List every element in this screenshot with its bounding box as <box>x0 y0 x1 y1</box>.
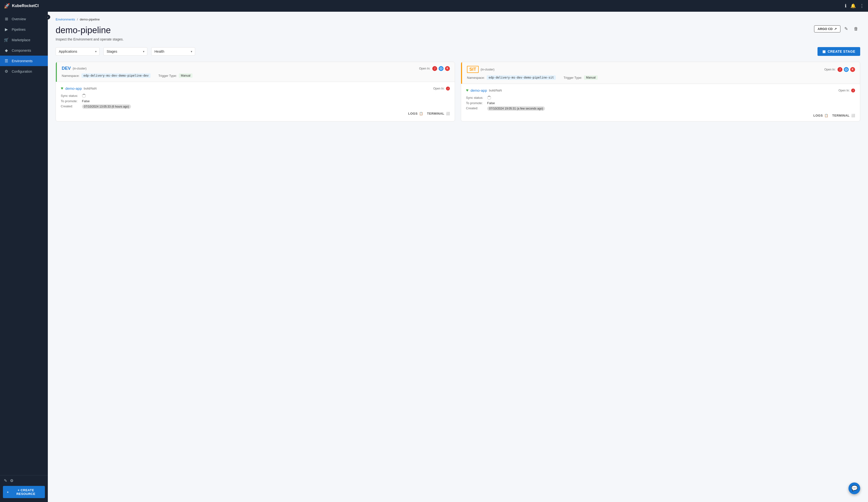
app-sit-promote-label: To promote: <box>466 101 483 105</box>
logs-button-sit[interactable]: LOGS 📋 <box>813 114 828 117</box>
kubernetes-icon-sit[interactable]: K <box>850 67 855 72</box>
top-nav-actions: ℹ 🔔 ⋮ <box>845 3 864 9</box>
stage-dev-name: DEV <box>62 66 71 71</box>
app-sit-health-icon: ♥ <box>466 88 469 93</box>
terminal-button-dev[interactable]: TERMINAL ⬜ <box>427 112 450 115</box>
stage-dev-namespace-label: Namespace: <box>62 74 80 77</box>
app-dev-build: build/NaN <box>84 87 96 90</box>
app-sit-header: ♥ demo-app build/NaN Open In: J <box>466 88 855 93</box>
sidebar-item-label-components: Components <box>12 49 31 52</box>
logs-icon-dev: 📋 <box>419 112 423 115</box>
stage-sit-namespace-label: Namespace: <box>467 76 485 80</box>
stage-sit-trigger-label: Trigger Type: <box>564 76 582 80</box>
components-icon: ◆ <box>4 48 9 53</box>
sidebar-item-label-pipelines: Pipelines <box>12 28 25 31</box>
app-sit-build: build/NaN <box>489 89 502 92</box>
stage-sit-trigger: Trigger Type: Manual <box>564 75 598 80</box>
page-title: demo-pipeline <box>55 25 111 35</box>
breadcrumb-environments-link[interactable]: Environments <box>55 18 75 21</box>
sonarqube-icon-dev[interactable] <box>438 66 444 71</box>
breadcrumb: Environments / demo-pipeline <box>55 18 860 21</box>
sidebar-item-label-configuration: Configuration <box>12 70 32 73</box>
stages-filter[interactable]: Stages <box>103 47 147 56</box>
stages-filter-wrapper: Stages <box>103 47 147 56</box>
stage-sit-cluster: (in-cluster) <box>480 68 495 71</box>
stage-dev-meta: Namespace: edp-delivery-ms-dev-demo-pipe… <box>62 73 450 78</box>
applications-filter[interactable]: Applications <box>55 47 100 56</box>
settings-icon[interactable]: ⚙ <box>10 478 13 483</box>
sidebar-nav: ⊞ Overview ▶ Pipelines 🛒 Marketplace ◆ C… <box>0 12 48 475</box>
top-navigation: 🚀 KubeRocketCI ℹ 🔔 ⋮ <box>0 0 868 12</box>
stage-sit-trigger-value: Manual <box>584 75 598 80</box>
sidebar-item-configuration[interactable]: ⚙ Configuration <box>0 66 48 76</box>
stage-dev-open-in: Open In: J K <box>419 66 450 71</box>
sidebar-item-marketplace[interactable]: 🛒 Marketplace <box>0 35 48 45</box>
stage-dev-trigger: Trigger Type: Manual <box>158 73 192 78</box>
app-dev-jenkins-icon[interactable]: J <box>446 87 450 91</box>
health-filter[interactable]: Health <box>151 47 195 56</box>
more-menu-icon[interactable]: ⋮ <box>860 3 864 9</box>
app-row-dev: ♥ demo-app build/NaN Open In: J Sync sta… <box>56 82 455 119</box>
app-dev-name[interactable]: demo-app <box>65 86 82 91</box>
stage-dev-cluster: (in-cluster) <box>73 67 86 70</box>
stage-sit-header-top: SIT (in-cluster) Open In: J K <box>467 66 855 73</box>
chat-fab-button[interactable]: 💬 <box>848 482 860 494</box>
stage-sit-namespace-value: edp-delivery-ms-dev-demo-pipeline-sit <box>487 75 556 80</box>
app-dev-created-label: Created: <box>61 104 78 109</box>
app-sit-name[interactable]: demo-app <box>471 88 487 93</box>
terminal-label-dev: TERMINAL <box>427 112 444 115</box>
filters-row: Applications Stages Health ▦ CREATE STAG… <box>55 47 860 56</box>
app-sit-open-in-label: Open In: <box>838 89 850 92</box>
terminal-icon-sit: ⬜ <box>851 114 855 117</box>
terminal-label-sit: TERMINAL <box>832 114 849 117</box>
sidebar-item-components[interactable]: ◆ Components <box>0 45 48 56</box>
app-sit-created-value: 07/10/2024 19:05:31 (a few seconds ago) <box>487 106 855 111</box>
applications-filter-wrapper: Applications <box>55 47 100 56</box>
stage-dev-open-in-label: Open In: <box>419 67 430 70</box>
create-stage-label: CREATE STAGE <box>827 50 855 53</box>
edit-settings-icon[interactable]: ✎ <box>4 478 7 483</box>
app-dev-name-row: ♥ demo-app build/NaN <box>61 86 96 91</box>
sidebar-item-environments[interactable]: ☰ Environments <box>0 56 48 66</box>
pipelines-icon: ▶ <box>4 27 9 32</box>
info-icon[interactable]: ℹ <box>845 3 847 9</box>
app-sit-name-row: ♥ demo-app build/NaN <box>466 88 502 93</box>
sidebar-collapse-button[interactable]: ‹ <box>45 15 50 20</box>
sidebar-item-overview[interactable]: ⊞ Overview <box>0 14 48 24</box>
delete-pipeline-button[interactable]: 🗑 <box>852 25 860 32</box>
app-dev-created-value: 07/10/2024 13:05:33 (6 hours ago) <box>82 104 450 109</box>
terminal-button-sit[interactable]: TERMINAL ⬜ <box>832 114 855 117</box>
app-sit-jenkins-icon[interactable]: J <box>851 88 855 93</box>
app-dev-created-badge: 07/10/2024 13:05:33 (6 hours ago) <box>82 104 131 109</box>
app-dev-promote-label: To promote: <box>61 99 78 103</box>
stage-dev-header: DEV (in-cluster) Open In: J K <box>56 62 455 82</box>
jenkins-icon-dev[interactable]: J <box>432 66 437 71</box>
sidebar-item-pipelines[interactable]: ▶ Pipelines <box>0 24 48 35</box>
stage-dev-header-top: DEV (in-cluster) Open In: J K <box>62 66 450 71</box>
sidebar: ‹ ⊞ Overview ▶ Pipelines 🛒 Marketplace ◆… <box>0 12 48 502</box>
main-content: Environments / demo-pipeline demo-pipeli… <box>48 12 868 502</box>
sonarqube-icon-sit[interactable] <box>844 67 849 72</box>
breadcrumb-separator: / <box>77 18 78 21</box>
notification-icon[interactable]: 🔔 <box>850 3 856 9</box>
stage-dev-trigger-label: Trigger Type: <box>158 74 177 77</box>
app-dev-header: ♥ demo-app build/NaN Open In: J <box>61 86 450 91</box>
create-resource-label: + CREATE RESOURCE <box>11 488 41 496</box>
app-sit-created-badge: 07/10/2024 19:05:31 (a few seconds ago) <box>487 106 545 111</box>
create-stage-button[interactable]: ▦ CREATE STAGE <box>817 47 860 56</box>
kubernetes-icon-dev[interactable]: K <box>445 66 450 71</box>
logs-button-dev[interactable]: LOGS 📋 <box>408 112 423 115</box>
marketplace-icon: 🛒 <box>4 38 9 42</box>
stage-card-dev: DEV (in-cluster) Open In: J K <box>55 62 455 122</box>
app-sit-details: Sync status: To promote: False Created: … <box>466 96 855 111</box>
stages-grid: DEV (in-cluster) Open In: J K <box>55 62 860 122</box>
jenkins-icon-sit[interactable]: J <box>837 67 843 72</box>
create-stage-icon: ▦ <box>823 50 826 53</box>
stage-sit-header: SIT (in-cluster) Open In: J K <box>461 62 860 84</box>
stage-dev-name-row: DEV (in-cluster) <box>62 66 86 71</box>
logs-icon-sit: 📋 <box>824 114 828 117</box>
edit-pipeline-button[interactable]: ✎ <box>843 25 850 32</box>
app-dev-promote-value: False <box>82 99 450 103</box>
create-resource-button[interactable]: + + CREATE RESOURCE <box>3 486 45 498</box>
argo-cd-button[interactable]: ARGO CD ↗ <box>814 25 840 32</box>
